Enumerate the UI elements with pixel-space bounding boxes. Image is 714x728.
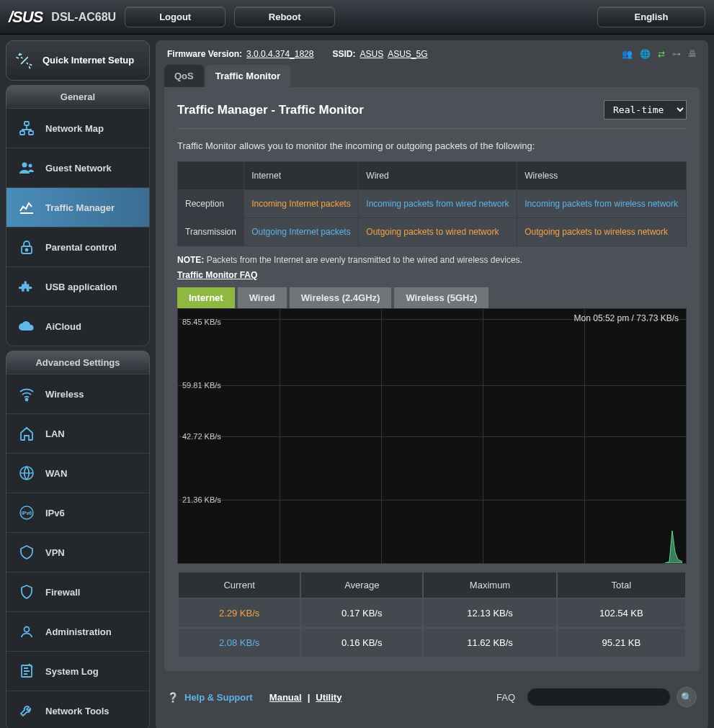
usb-status-icon: ⊶ xyxy=(672,49,681,59)
col-wireless: Wireless xyxy=(517,162,687,190)
ssid-link-1[interactable]: ASUS xyxy=(360,49,383,59)
firmware-label: Firmware Version: xyxy=(167,49,242,59)
manual-link[interactable]: Manual xyxy=(269,692,302,703)
shield-icon xyxy=(17,582,37,602)
chart-tab-wired[interactable]: Wired xyxy=(238,287,287,308)
link-incoming-internet[interactable]: Incoming Internet packets xyxy=(251,199,350,209)
sidebar-item-wireless[interactable]: Wireless xyxy=(6,374,149,414)
sidebar-item-aicloud[interactable]: AiCloud xyxy=(6,307,149,346)
sidebar-item-vpn[interactable]: VPN xyxy=(6,533,149,572)
link-incoming-wireless[interactable]: Incoming packets from wireless network xyxy=(525,199,678,209)
stat-rx-total: 102.54 KB xyxy=(558,599,685,627)
vpn-icon xyxy=(17,542,37,562)
sidebar-item-administration[interactable]: Administration xyxy=(6,612,149,652)
col-wired: Wired xyxy=(359,162,517,190)
quick-internet-setup[interactable]: Quick Internet Setup xyxy=(6,40,150,81)
svg-point-6 xyxy=(26,249,28,251)
nav-label: WAN xyxy=(45,468,67,479)
chart-tabs: Internet Wired Wireless (2.4GHz) Wireles… xyxy=(177,287,687,308)
nav-label: Network Map xyxy=(45,123,104,134)
chart-status: Mon 05:52 pm / 73.73 KB/s xyxy=(574,313,679,323)
lock-icon xyxy=(17,237,37,257)
globe-icon xyxy=(17,463,37,483)
nav-label: USB application xyxy=(45,282,117,292)
sidebar-item-network-map[interactable]: Network Map xyxy=(6,109,149,148)
packet-matrix: Internet Wired Wireless Reception Incomi… xyxy=(177,161,687,246)
people-icon xyxy=(17,158,37,178)
sidebar-item-wan[interactable]: WAN xyxy=(6,454,149,493)
ssid-label: SSID: xyxy=(332,49,355,59)
stat-tx-total: 95.21 KB xyxy=(558,629,685,657)
status-icons: 👥 🌐 ⇄ ⊶ 🖶 xyxy=(622,49,697,59)
sidebar-item-guest-network[interactable]: Guest Network xyxy=(6,148,149,188)
tab-traffic-monitor[interactable]: Traffic Monitor xyxy=(205,65,290,87)
logout-button[interactable]: Logout xyxy=(125,6,226,27)
qis-label: Quick Internet Setup xyxy=(43,55,134,66)
nav-label: System Log xyxy=(45,666,99,677)
faq-label: FAQ xyxy=(496,692,515,703)
chart-tab-wireless-5[interactable]: Wireless (5GHz) xyxy=(394,287,488,308)
y-tick-1: 59.81 KB/s xyxy=(182,381,221,390)
y-tick-2: 42.72 KB/s xyxy=(182,432,221,441)
search-button[interactable]: 🔍 xyxy=(677,687,697,707)
row-transmission: Transmission xyxy=(178,218,244,246)
footer: ❔ Help & Support Manual | Utility FAQ 🔍 xyxy=(156,680,708,714)
nav-label: Guest Network xyxy=(45,163,112,174)
sidebar-item-firewall[interactable]: Firewall xyxy=(6,572,149,612)
svg-rect-0 xyxy=(24,122,29,125)
reboot-button[interactable]: Reboot xyxy=(234,6,335,27)
language-select[interactable]: English xyxy=(597,6,705,27)
firmware-version-link[interactable]: 3.0.0.4.374_1828 xyxy=(246,49,313,59)
chart-tab-wireless-24[interactable]: Wireless (2.4GHz) xyxy=(290,287,392,308)
search-input[interactable] xyxy=(527,688,671,706)
tools-icon xyxy=(17,701,37,721)
help-icon: ❔ xyxy=(167,692,179,703)
top-bar: /SUS DSL-AC68U Logout Reboot English xyxy=(0,0,714,35)
wifi-icon xyxy=(17,384,37,404)
stat-tx-average: 0.16 KB/s xyxy=(301,629,422,657)
tab-qos[interactable]: QoS xyxy=(164,65,204,87)
stat-rx-average: 0.17 KB/s xyxy=(301,599,422,627)
help-support-label: Help & Support xyxy=(184,692,253,703)
printer-status-icon: 🖶 xyxy=(688,49,697,59)
y-tick-3: 21.36 KB/s xyxy=(182,495,221,504)
nav-label: IPv6 xyxy=(45,508,65,518)
ssid-link-2[interactable]: ASUS_5G xyxy=(388,49,427,59)
stat-rx-maximum: 12.13 KB/s xyxy=(424,599,555,627)
traffic-monitor-faq-link[interactable]: Traffic Monitor FAQ xyxy=(177,270,257,280)
link-outgoing-wireless[interactable]: Outgoing packets to wireless network xyxy=(525,227,668,237)
admin-icon xyxy=(17,621,37,642)
sidebar-item-lan[interactable]: LAN xyxy=(6,414,149,454)
sidebar-item-parental-control[interactable]: Parental control xyxy=(6,228,149,267)
stats-header-current: Current xyxy=(179,572,300,598)
svg-point-7 xyxy=(26,399,28,401)
stat-tx-maximum: 11.62 KB/s xyxy=(424,629,555,657)
stats-header-total: Total xyxy=(558,572,685,598)
home-icon xyxy=(17,423,37,444)
model-name: DSL-AC68U xyxy=(51,11,116,24)
mode-select[interactable]: Real-time xyxy=(604,100,687,120)
link-outgoing-wired[interactable]: Outgoing packets to wired network xyxy=(366,227,499,237)
traffic-icon xyxy=(17,197,37,217)
advanced-nav: Wireless LAN WAN IPv6IPv6 VPN Firewall A… xyxy=(6,374,150,728)
sidebar-item-ipv6[interactable]: IPv6IPv6 xyxy=(6,493,149,533)
sidebar-item-system-log[interactable]: System Log xyxy=(6,652,149,691)
svg-point-3 xyxy=(22,163,27,168)
chart-tab-internet[interactable]: Internet xyxy=(177,287,235,308)
sidebar-item-usb-application[interactable]: USB application xyxy=(6,267,149,307)
link-outgoing-internet[interactable]: Outgoing Internet packets xyxy=(251,227,350,237)
stats-table: Current Average Maximum Total 2.29 KB/s … xyxy=(177,571,687,658)
sidebar-item-network-tools[interactable]: Network Tools xyxy=(6,691,149,728)
row-reception: Reception xyxy=(178,190,244,218)
sidebar-item-traffic-manager[interactable]: Traffic Manager xyxy=(6,188,149,228)
svg-rect-1 xyxy=(20,131,24,135)
internet-status-icon: 🌐 xyxy=(640,49,651,59)
link-incoming-wired[interactable]: Incoming packets from wired network xyxy=(366,199,509,209)
sidebar: Quick Internet Setup General Network Map… xyxy=(6,40,150,728)
nav-label: Parental control xyxy=(45,242,117,253)
utility-link[interactable]: Utility xyxy=(316,692,342,703)
cloud-icon xyxy=(17,316,37,336)
svg-text:IPv6: IPv6 xyxy=(22,511,32,516)
nav-label: Administration xyxy=(45,626,112,637)
guest-status-icon: 👥 xyxy=(622,49,633,59)
